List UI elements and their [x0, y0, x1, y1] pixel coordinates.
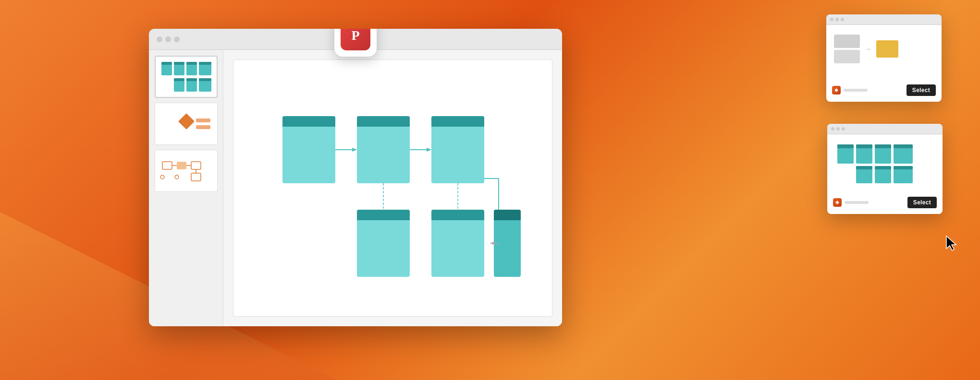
- mini-body-bottom: Select: [827, 134, 943, 214]
- mini-titlebar-top: [826, 14, 942, 25]
- slide-main-area: [223, 50, 562, 326]
- mini-card-gray-1: [834, 35, 860, 48]
- mini-brand-top: [832, 86, 868, 95]
- powerpoint-icon-badge: P: [334, 29, 377, 57]
- mini-card-gray-2: [834, 50, 860, 63]
- mini-dot-b1: [831, 127, 834, 131]
- svg-rect-16: [196, 125, 210, 129]
- svg-rect-38: [431, 123, 484, 127]
- brand-icon-bottom: [833, 198, 842, 207]
- mini-titlebar-bottom: [827, 124, 943, 134]
- slide-canvas: [233, 59, 552, 317]
- mini-footer-bottom: Select: [833, 193, 937, 208]
- mini-dot-1: [830, 18, 833, 21]
- thumb3-svg: [158, 152, 215, 190]
- svg-rect-57: [837, 144, 854, 148]
- svg-rect-9: [174, 78, 184, 81]
- brand-logo-bottom: [834, 200, 840, 205]
- svg-rect-65: [856, 166, 872, 169]
- thumb2-svg: [158, 105, 215, 142]
- svg-rect-61: [875, 144, 891, 148]
- slides-panel: [149, 50, 223, 326]
- svg-rect-67: [875, 166, 891, 169]
- svg-rect-33: [357, 123, 410, 127]
- svg-rect-13: [199, 78, 211, 81]
- svg-rect-20: [191, 173, 201, 181]
- ppt-circle: P: [341, 29, 370, 50]
- select-button-bottom[interactable]: Select: [907, 197, 937, 208]
- svg-marker-55: [490, 241, 495, 245]
- slide-thumbnail-3[interactable]: [155, 150, 218, 192]
- svg-rect-59: [856, 144, 872, 148]
- slide-thumbnail-2[interactable]: [155, 103, 218, 145]
- mini-browser-top: → Select: [826, 14, 942, 102]
- mini-top-left-cards: [834, 35, 860, 63]
- svg-rect-28: [282, 123, 335, 127]
- slide-thumbnail-1[interactable]: [155, 56, 218, 98]
- mini-teal-svg: [835, 142, 931, 185]
- svg-rect-19: [191, 162, 201, 169]
- brand-icon-top: [832, 86, 841, 95]
- brand-line-top: [844, 89, 868, 92]
- mini-arrow-icon: →: [865, 45, 871, 53]
- svg-rect-11: [186, 78, 197, 81]
- svg-rect-17: [162, 162, 172, 169]
- maximize-dot[interactable]: [174, 36, 180, 42]
- mini-bottom-diagram: [833, 140, 937, 189]
- svg-marker-30: [352, 148, 357, 152]
- svg-point-24: [160, 175, 164, 179]
- svg-rect-53: [494, 216, 521, 220]
- svg-rect-7: [199, 62, 211, 65]
- svg-rect-49: [431, 216, 484, 220]
- mini-top-diagram: →: [832, 31, 936, 67]
- svg-rect-45: [357, 216, 410, 220]
- cursor-svg: [945, 235, 960, 252]
- main-browser-window: P: [149, 29, 562, 326]
- ppt-letter: P: [351, 29, 359, 43]
- close-dot[interactable]: [157, 36, 162, 42]
- minimize-dot[interactable]: [165, 36, 171, 42]
- select-button-top[interactable]: Select: [906, 84, 936, 96]
- mini-body-top: → Select: [826, 25, 942, 102]
- brand-line-bottom: [845, 201, 869, 204]
- browser-body: [149, 50, 562, 326]
- svg-marker-35: [427, 148, 431, 152]
- svg-rect-1: [161, 62, 172, 65]
- mini-brand-bottom: [833, 198, 869, 207]
- main-diagram: [254, 83, 532, 294]
- mini-footer-top: Select: [832, 81, 936, 96]
- svg-rect-5: [186, 62, 197, 65]
- mouse-cursor: [945, 235, 960, 252]
- svg-rect-15: [196, 119, 210, 122]
- svg-rect-18: [177, 162, 186, 169]
- svg-rect-14: [178, 113, 195, 130]
- mini-dot-2: [835, 18, 839, 21]
- brand-logo-top: [833, 87, 839, 93]
- mini-dot-b2: [836, 127, 840, 131]
- mini-browser-bottom: Select: [827, 124, 943, 214]
- mini-card-yellow: [876, 40, 898, 58]
- svg-marker-70: [946, 236, 956, 250]
- browser-window-controls: [157, 36, 180, 42]
- thumb1-svg: [158, 58, 215, 95]
- mini-dot-b3: [842, 127, 845, 131]
- svg-point-25: [175, 175, 179, 179]
- mini-dot-3: [841, 18, 844, 21]
- svg-rect-3: [174, 62, 184, 65]
- svg-rect-63: [894, 144, 913, 148]
- svg-rect-69: [894, 166, 913, 169]
